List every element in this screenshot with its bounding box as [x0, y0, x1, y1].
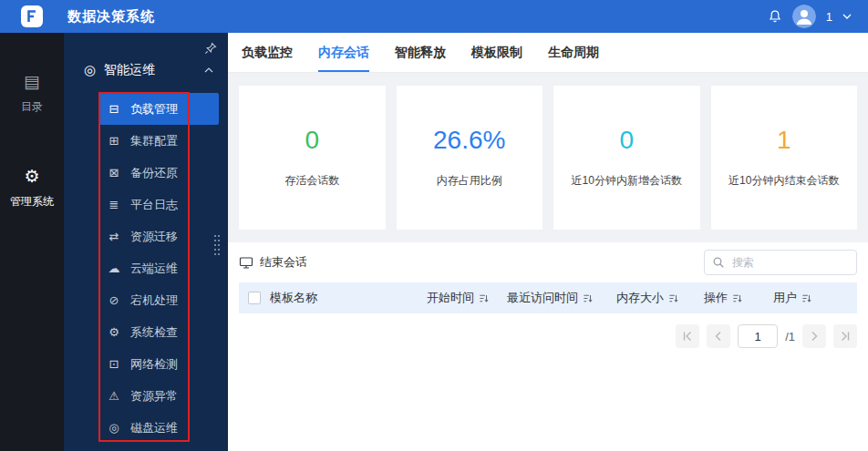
- stat-value: 1: [777, 128, 791, 153]
- sidebar-item-label: 系统检查: [130, 324, 178, 341]
- sort-icon[interactable]: [479, 293, 489, 303]
- tab-label: 负载监控: [242, 45, 293, 61]
- sidebar-group-smart-ops[interactable]: ◎ 智能运维: [64, 55, 228, 87]
- column-actions[interactable]: 操作: [704, 290, 773, 306]
- sidebar-item-disk-ops[interactable]: ◎ 磁盘运维: [64, 412, 228, 444]
- sidebar-group-label: 智能运维: [104, 62, 155, 78]
- cluster-config-icon: ⊞: [108, 134, 120, 148]
- platform-logs-icon: ≣: [108, 198, 120, 211]
- stat-value: 0: [619, 128, 634, 153]
- sidebar-item-label: 资源迁移: [130, 229, 178, 245]
- column-label: 最近访问时间: [507, 290, 578, 306]
- end-session-icon: [239, 256, 253, 270]
- stat-label: 近10分钟内结束会话数: [728, 173, 839, 189]
- column-template-name: 模板名称: [270, 290, 427, 306]
- tab-memory-session[interactable]: 内存会话: [318, 33, 369, 72]
- logo-icon: [26, 10, 38, 23]
- rail-item-admin-system[interactable]: ⚙ 管理系统: [10, 168, 54, 210]
- sort-icon[interactable]: [668, 293, 678, 303]
- stat-value: 26.6%: [433, 128, 505, 153]
- rail-item-catalog[interactable]: ▤ 目录: [21, 73, 43, 115]
- stat-label: 内存占用比例: [437, 173, 502, 189]
- tab-load-monitor[interactable]: 负载监控: [242, 33, 293, 72]
- sidebar-item-label: 资源异常: [130, 388, 178, 405]
- drag-dots-icon: [214, 235, 216, 237]
- column-label: 开始时间: [427, 290, 474, 306]
- page-total: /1: [785, 330, 795, 343]
- sidebar-item-label: 负载管理: [130, 101, 178, 118]
- sidebar-item-label: 网络检测: [130, 356, 178, 373]
- end-session-label: 结束会话: [260, 254, 307, 271]
- tab-lifecycle[interactable]: 生命周期: [548, 33, 599, 72]
- stat-label: 存活会话数: [284, 173, 339, 189]
- sidebar-item-crash-handling[interactable]: ⊘ 宕机处理: [64, 284, 228, 316]
- tab-smart-release[interactable]: 智能释放: [395, 33, 446, 72]
- column-recent-access-time[interactable]: 最近访问时间: [507, 290, 616, 306]
- pin-icon[interactable]: [204, 42, 217, 55]
- last-page-button[interactable]: [833, 324, 857, 348]
- stat-value: 0: [305, 128, 319, 153]
- app-logo: [0, 5, 64, 27]
- table-header: 模板名称 开始时间 最近访问时间 内存大小 操作: [239, 282, 857, 313]
- sidebar-item-resource-migration[interactable]: ⇄ 资源迁移: [64, 220, 228, 252]
- first-page-button[interactable]: [676, 324, 699, 348]
- column-start-time[interactable]: 开始时间: [427, 290, 507, 306]
- app-body: ▤ 目录 ⚙ 管理系统 ◎ 智能运维: [0, 33, 868, 451]
- sidebar-item-backup-restore[interactable]: ⊠ 备份还原: [64, 157, 228, 189]
- next-page-button[interactable]: [802, 324, 826, 348]
- sidebar-item-label: 宕机处理: [130, 292, 178, 309]
- sidebar-item-network-detection[interactable]: ⊡ 网络检测: [64, 348, 228, 380]
- tab-label: 生命周期: [548, 45, 599, 61]
- stat-card-memory-usage: 26.6% 内存占用比例: [397, 86, 543, 230]
- disk-ops-icon: ◎: [108, 421, 120, 435]
- sidebar-item-label: 备份还原: [130, 165, 178, 181]
- stat-card-new-sessions: 0 近10分钟内新增会话数: [553, 86, 700, 230]
- last-page-icon: [840, 331, 851, 342]
- bell-icon[interactable]: [768, 9, 782, 24]
- column-label: 用户: [773, 290, 797, 306]
- sidebar-drag-handle[interactable]: [214, 235, 222, 257]
- column-user[interactable]: 用户: [773, 290, 857, 306]
- search-icon: [712, 256, 725, 269]
- user-avatar-icon[interactable]: [792, 5, 816, 28]
- sidebar-item-load-management[interactable]: ⊟ 负载管理: [98, 93, 219, 125]
- rail-item-label: 管理系统: [10, 194, 54, 210]
- sidebar-item-platform-logs[interactable]: ≣ 平台日志: [64, 189, 228, 220]
- crash-handling-icon: ⊘: [108, 293, 120, 307]
- tab-template-limit[interactable]: 模板限制: [471, 33, 522, 72]
- sidebar-menu: ⊟ 负载管理 ⊞ 集群配置 ⊠ 备份还原 ≣ 平台日志 ⇄ 资源迁移: [64, 93, 228, 444]
- sidebar-item-cluster-config[interactable]: ⊞ 集群配置: [64, 125, 228, 157]
- sidebar-item-label: 平台日志: [130, 197, 178, 213]
- chevron-up-icon[interactable]: [204, 67, 213, 73]
- sidebar-item-label: 磁盘运维: [130, 420, 178, 436]
- select-all-checkbox[interactable]: [248, 292, 261, 304]
- sort-icon[interactable]: [583, 293, 593, 303]
- list-toolbar: 结束会话: [228, 242, 868, 282]
- main-content: 负载监控 内存会话 智能释放 模板限制 生命周期 0 存活会话数 26.6% 内…: [228, 33, 868, 451]
- pin-row: [64, 38, 228, 55]
- sidebar-item-system-check[interactable]: ⚙ 系统检查: [64, 316, 228, 348]
- page-input[interactable]: [738, 324, 778, 348]
- chevron-down-icon[interactable]: [842, 14, 852, 19]
- search-box: [704, 250, 857, 275]
- stat-card-active-sessions: 0 存活会话数: [239, 86, 386, 230]
- prev-page-button[interactable]: [707, 324, 730, 348]
- system-check-icon: ⚙: [108, 325, 120, 339]
- app-title: 数据决策系统: [67, 8, 155, 26]
- rail-item-label: 目录: [21, 99, 43, 115]
- tab-label: 内存会话: [318, 45, 369, 61]
- sort-icon[interactable]: [801, 293, 811, 303]
- sidebar-item-resource-anomaly[interactable]: ⚠ 资源异常: [64, 380, 228, 412]
- column-label: 操作: [704, 290, 728, 306]
- end-session-button[interactable]: 结束会话: [239, 254, 307, 271]
- sidebar-item-cloud-ops[interactable]: ☁ 云端运维: [64, 252, 228, 284]
- chevron-right-icon: [809, 331, 820, 342]
- select-all-cell: [239, 292, 270, 304]
- stat-card-ended-sessions: 1 近10分钟内结束会话数: [711, 86, 858, 230]
- search-input[interactable]: [704, 250, 857, 275]
- topbar-actions: 1: [768, 5, 868, 28]
- icon-rail: ▤ 目录 ⚙ 管理系统: [0, 33, 64, 451]
- column-memory-size[interactable]: 内存大小: [616, 290, 704, 306]
- chevron-left-icon: [713, 331, 724, 342]
- sort-icon[interactable]: [732, 293, 742, 303]
